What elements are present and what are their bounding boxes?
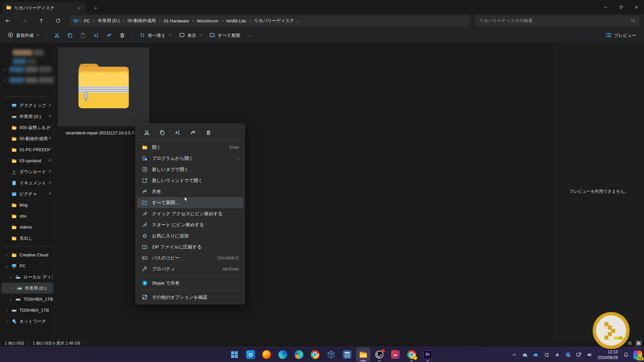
- taskbar-app-outlook[interactable]: O: [244, 348, 258, 362]
- context-menu-item[interactable]: お気に入りに追加: [137, 230, 243, 241]
- taskbar-app-calculator[interactable]: [340, 348, 354, 362]
- sidebar-item[interactable]: ›ローカル ディスク (C:): [0, 272, 54, 283]
- share-button[interactable]: [103, 30, 115, 41]
- context-menu-item[interactable]: プログラムから開く›: [137, 153, 243, 164]
- onedrive-icon[interactable]: [532, 351, 539, 358]
- sidebar-item[interactable]: 作業用 (D:): [0, 111, 54, 122]
- context-menu-item[interactable]: SSkype で共有: [137, 278, 243, 289]
- sidebar-item[interactable]: ドキュメント: [0, 177, 54, 188]
- volume-icon[interactable]: [586, 351, 593, 358]
- chevron-right-icon[interactable]: ›: [10, 286, 14, 291]
- sync-icon[interactable]: [543, 351, 550, 358]
- sidebar-item[interactable]: 03-upstand: [0, 155, 54, 166]
- preview-toggle-button[interactable]: プレビュー: [603, 30, 639, 41]
- sidebar-item[interactable]: ›Creative Cloud Files: [0, 249, 54, 260]
- breadcrumb-item[interactable]: 00-動画作成用: [125, 17, 158, 25]
- sidebar-item[interactable]: ⌄PC: [0, 260, 54, 272]
- context-menu-item[interactable]: ZIP ファイルに圧縮する: [137, 241, 243, 252]
- copy-button[interactable]: [157, 128, 167, 137]
- breadcrumb-chevron-icon[interactable]: ›: [248, 18, 252, 23]
- new-button[interactable]: 新規作成: [5, 30, 43, 41]
- taskbar-app-chrome[interactable]: [308, 348, 322, 362]
- sidebar-item[interactable]: 01-PC-FREEDOM: [0, 144, 54, 155]
- rename-button[interactable]: [90, 30, 102, 41]
- breadcrumb-item[interactable]: NAB6 Lite: [224, 17, 249, 24]
- cut-button[interactable]: [51, 30, 63, 41]
- context-menu-item[interactable]: 共有: [137, 186, 243, 197]
- sidebar-item[interactable]: ›TOSHIBA_1TB (F:): [0, 294, 54, 305]
- paste-button[interactable]: [77, 30, 89, 41]
- cut-button[interactable]: [141, 128, 152, 137]
- minimize-icon[interactable]: [598, 0, 613, 14]
- taskbar-app-edge[interactable]: [276, 348, 290, 362]
- sidebar-item[interactable]: ›ネットワーク: [0, 316, 54, 327]
- display-cast-icon[interactable]: [575, 351, 582, 358]
- chevron-right-icon[interactable]: ›: [9, 297, 13, 302]
- breadcrumb-item[interactable]: 01-Hardware: [161, 17, 191, 24]
- breadcrumb-chevron-icon[interactable]: ›: [122, 18, 125, 23]
- taskbar-app-edge-beta[interactable]: [292, 348, 306, 362]
- file-tile[interactable]: [58, 47, 149, 126]
- chevron-right-icon[interactable]: ›: [5, 308, 9, 313]
- context-menu-item[interactable]: クイック アクセスにピン留めする: [137, 208, 243, 219]
- chevron-right-icon[interactable]: ›: [5, 252, 9, 257]
- sidebar-item[interactable]: 見出し: [0, 233, 54, 244]
- restore-icon[interactable]: [613, 0, 629, 14]
- taskbar-app-premiere[interactable]: Pr: [421, 348, 435, 362]
- tab-close-icon[interactable]: [74, 4, 83, 12]
- ime-icon[interactable]: A: [554, 351, 561, 358]
- sidebar-item[interactable]: ›作業用 (D:): [1, 283, 53, 294]
- sort-button[interactable]: 並べ替え: [137, 30, 175, 41]
- view-button[interactable]: 表示: [176, 30, 205, 41]
- taskbar-app-explorer[interactable]: [356, 348, 370, 362]
- breadcrumb[interactable]: ›PC›作業用 (D:)›00-動画作成用›01-Hardware›Minisf…: [70, 15, 470, 26]
- copy-button[interactable]: [64, 30, 76, 41]
- rename-button[interactable]: [172, 128, 183, 137]
- sidebar-item[interactable]: デスクトップ: [0, 100, 54, 111]
- bell-icon[interactable]: [623, 351, 630, 358]
- more-options-button[interactable]: ···: [245, 31, 255, 40]
- extract-all-button[interactable]: すべて展開: [207, 30, 243, 41]
- breadcrumb-chevron-icon[interactable]: ›: [297, 18, 300, 23]
- refresh-icon[interactable]: [52, 15, 64, 26]
- context-menu-item[interactable]: 新しいウィンドウで開く: [137, 175, 243, 186]
- sidebar-item[interactable]: ピクチャ: [0, 188, 54, 199]
- chevron-down-icon[interactable]: ⌄: [5, 263, 9, 268]
- delete-button[interactable]: [116, 30, 128, 41]
- breadcrumb-chevron-icon[interactable]: ›: [221, 18, 224, 23]
- context-menu-item[interactable]: その他のオプションを確認: [137, 292, 243, 303]
- chevron-right-icon[interactable]: ›: [9, 275, 13, 280]
- context-menu-item[interactable]: プロパティAlt+Enter: [137, 263, 243, 275]
- new-tab-button[interactable]: [91, 4, 100, 12]
- copilot-icon[interactable]: PRE: [633, 351, 642, 359]
- breadcrumb-item[interactable]: リカバリーディスク: [252, 17, 296, 25]
- taskbar-app-virtualbox[interactable]: [324, 348, 338, 362]
- search-input[interactable]: リカバリーディスクの検索: [475, 15, 639, 26]
- explorer-tab[interactable]: リカバリーディスク: [3, 2, 87, 14]
- large-icons-view-icon[interactable]: [635, 340, 642, 346]
- share-button[interactable]: [187, 128, 198, 137]
- breadcrumb-item[interactable]: Minisforum: [195, 17, 221, 24]
- forward-icon[interactable]: [19, 15, 30, 26]
- context-menu-item[interactable]: スタート にピン留めする: [137, 219, 243, 230]
- weather-cloud-icon[interactable]: [522, 351, 529, 358]
- taskbar-app-obs[interactable]: [372, 348, 386, 362]
- sidebar-item[interactable]: obs: [0, 210, 54, 222]
- context-menu-item[interactable]: パスのコピーCtrl+Shift+C: [137, 252, 243, 263]
- tray-chevron-icon[interactable]: [511, 351, 518, 358]
- taskbar-app-chrome-profile[interactable]: [405, 348, 419, 362]
- sidebar-item[interactable]: ダウンロード: [0, 166, 54, 177]
- taskbar-app-firefox[interactable]: [260, 348, 274, 362]
- back-icon[interactable]: [2, 15, 13, 26]
- breadcrumb-chevron-icon[interactable]: ›: [92, 18, 96, 23]
- network-sphere-icon[interactable]: [565, 351, 572, 358]
- chevron-right-icon[interactable]: ›: [5, 319, 9, 324]
- breadcrumb-chevron-icon[interactable]: ›: [78, 18, 82, 23]
- delete-button[interactable]: [203, 128, 214, 137]
- taskbar-app-start[interactable]: [227, 348, 241, 362]
- clock[interactable]: 12:132024/06/29: [597, 349, 619, 360]
- taskbar-app-creative-cloud[interactable]: ∞: [388, 348, 402, 362]
- breadcrumb-chevron-icon[interactable]: ›: [191, 18, 195, 23]
- close-icon[interactable]: [629, 0, 644, 14]
- sidebar-item[interactable]: blog: [0, 199, 54, 210]
